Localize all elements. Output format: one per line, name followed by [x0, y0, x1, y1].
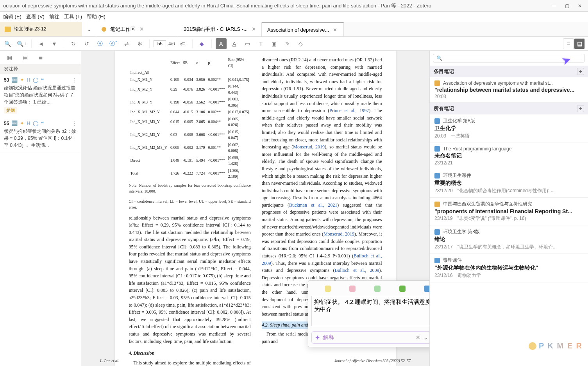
window-title: ociation of depressive symptoms with mar… [3, 2, 552, 9]
watermark-text: P K M E R [539, 341, 583, 350]
rotate-button[interactable]: ↻ [68, 38, 79, 49]
close-button[interactable]: ✕ [578, 3, 582, 9]
citation-link[interactable]: Bulloch et al., 2009 [335, 268, 379, 273]
menu-go[interactable]: 前往 [49, 13, 59, 20]
tag-icon[interactable]: 🏷 [177, 38, 188, 49]
note-item[interactable]: Association of depressive symptoms with … [430, 77, 588, 103]
nav-next-button[interactable]: ▼ [49, 38, 60, 49]
close-icon[interactable]: ✕ [252, 26, 256, 32]
search-icon: 🔍 [436, 55, 442, 61]
body-text: divorced ones (RR 2.14) and never-marrie… [262, 56, 382, 318]
underline-tool[interactable]: A [229, 38, 240, 49]
doc-tab-2[interactable]: Association of depressive... ✕ [262, 22, 344, 36]
add-note-button[interactable]: + [577, 68, 584, 75]
ai-prompt-input[interactable] [323, 334, 413, 341]
swap-icon[interactable]: ⇄ [121, 38, 132, 49]
window-buttons: — ▢ ✕ [552, 3, 585, 9]
nav-back-button[interactable]: ◄ [36, 38, 46, 49]
annotation-popup: ✦ ✕ ⌄ ↑ [308, 280, 429, 347]
tabbar: 论文阅读-23-12 ⌄ 笔记工作区 ✕ 2015编码手册 - CHARLS -… [0, 22, 588, 37]
toolbar: 🔍- 🔍+ ◄ ▼ ↻ ↺ Ⓐ Ⓐ˅ ⇄ ✻ 55 4/6 🏷 ◆ A A ▭ … [0, 37, 588, 51]
note-tool[interactable]: ▭ [242, 38, 253, 49]
citation-link[interactable]: Monserud, 2019 [293, 144, 325, 150]
filter-label: 发注释 [0, 64, 81, 74]
ai-icon[interactable]: ✻ [134, 38, 145, 49]
language-alt-icon[interactable]: Ⓐ˅ [108, 38, 119, 49]
zoom-out-button[interactable]: 🔍- [3, 38, 14, 49]
page-total: 4/6 [168, 41, 175, 46]
footer-journal: Journal of Affective Disorders 303 (2022… [334, 358, 411, 364]
tab-label: 笔记工作区 [110, 26, 136, 33]
add-note-button[interactable]: + [577, 105, 584, 112]
annotations-icon[interactable]: ≣ [35, 52, 46, 63]
pen-tool[interactable]: ✎ [282, 38, 293, 49]
minimize-button[interactable]: — [552, 3, 556, 9]
annotation-item[interactable]: 55🔤✦H◯❝⋮状况与抑郁症状之间的关系 b2；效果 = 0.29，95% 置信… [0, 117, 81, 152]
pdf-viewer[interactable]: EffectSEzpBoot[95% CI]Indirect_AllInd_X_… [81, 51, 429, 366]
maximize-button[interactable]: ▢ [565, 3, 569, 9]
annotation-text-input[interactable] [311, 296, 429, 326]
language-icon[interactable]: Ⓐ [95, 38, 105, 49]
close-icon[interactable]: ✕ [139, 26, 144, 32]
eraser-tool[interactable]: ◇ [295, 38, 306, 49]
clear-icon[interactable]: ✕ [416, 334, 420, 341]
doc-tab-0[interactable]: 笔记工作区 ✕ [96, 22, 178, 36]
menubar: 编辑 (E) 查看 (V) 前往 工具 (T) 帮助 (H) [0, 12, 588, 22]
note-item[interactable]: 毒理课件"外源化学物在体内的生物转运与生物转化"23/12/16 毒物动力学 [430, 254, 588, 282]
note-item[interactable]: 卫生化学 第8版卫生化学20:03 一些英语 [430, 114, 588, 143]
collection-tab-label: 论文阅读-23-12 [14, 26, 46, 32]
tab-label: 2015编码手册 - CHARLS -... [184, 26, 248, 33]
color-swatch[interactable] [399, 286, 406, 292]
note-item[interactable]: 环境卫生课件重要的概念23/12/20 "化合物的联合毒性作用(combined… [430, 169, 588, 198]
citation-link[interactable]: Prince et al., 1997 [329, 108, 369, 113]
close-icon[interactable]: ✕ [333, 27, 337, 33]
citation-link[interactable]: Monserud, 2019 [323, 231, 354, 237]
titlebar: ociation of depressive symptoms with mar… [0, 0, 588, 12]
note-icon [102, 27, 106, 32]
rotate-button-2[interactable]: ↺ [81, 38, 92, 49]
footer-author: L. Pan et al. [100, 358, 119, 364]
table-note: Note: Number of bootstrap samples for bi… [129, 182, 251, 195]
tab-label: Association of depressive... [267, 27, 329, 33]
color-swatch[interactable] [325, 286, 331, 292]
color-swatch[interactable] [349, 286, 356, 292]
note-item[interactable]: 中国与巴西双边贸易的竞争性与互补性研究"proponents of Intern… [430, 198, 588, 225]
right-pane: ➤ 🔍 条目笔记 + Association of depressive sym… [429, 51, 588, 366]
color-picker [311, 284, 429, 296]
thumbnails-icon[interactable]: ▦ [4, 52, 15, 63]
doc-tab-1[interactable]: 2015编码手册 - CHARLS -... ✕ [178, 22, 262, 36]
collection-tab[interactable]: 论文阅读-23-12 [0, 22, 82, 36]
watermark: P K M E R [529, 341, 583, 350]
image-tool[interactable]: ▣ [269, 38, 280, 49]
text-tool[interactable]: T [256, 38, 266, 49]
menu-tools[interactable]: 工具 (T) [64, 13, 82, 20]
annotation-item[interactable]: 53🔤✦H◯❝⋮婚姻状况评估 婚姻状况是通过报告项目"您的婚姻状况如何?共供了 … [0, 74, 81, 117]
note-item[interactable]: 环境卫生学 第8版绪论23/12/17 "境卫生学的有关概念，如环境卫生学、环境… [430, 225, 588, 254]
spark-icon: ✦ [315, 334, 320, 341]
panel-list-button[interactable]: ≡ [563, 38, 574, 49]
menu-view[interactable]: 查看 (V) [26, 13, 45, 20]
page-number-input[interactable]: 55 [154, 40, 166, 47]
menu-help[interactable]: 帮助 (H) [87, 13, 105, 20]
table-note-2: CI = confidence interval; LL = lower lev… [129, 198, 251, 211]
menu-edit[interactable]: 编辑 (E) [3, 13, 21, 20]
chevron-down-icon[interactable]: ⌄ [424, 334, 428, 341]
outline-icon[interactable]: ▤ [20, 52, 30, 63]
folder-icon [5, 27, 11, 32]
citation-link[interactable]: Buckman et al., 2021 [289, 202, 337, 208]
ai-input-row: ✦ ✕ ⌄ ↑ [311, 331, 429, 344]
note-icon [434, 80, 440, 86]
panel-notes-button[interactable]: ▤ [574, 38, 585, 49]
color-swatch[interactable] [374, 286, 381, 292]
left-pane: ▦ ▤ ≣ 发注释 53🔤✦H◯❝⋮婚姻状况评估 婚姻状况是通过报告项目"您的婚… [0, 51, 81, 366]
zoom-in-button[interactable]: 🔍+ [16, 38, 27, 49]
highlight-tool[interactable]: A [216, 38, 227, 49]
watermark-logo-icon [529, 342, 536, 350]
section-header-all-notes: 所有笔记 + [430, 103, 588, 114]
body-text: relationship between marital status and … [129, 214, 251, 345]
stats-table: EffectSEzpBoot[95% CI]Indirect_AllInd_X_… [129, 56, 251, 180]
color-swatch[interactable] [424, 286, 429, 292]
gem-icon[interactable]: ◆ [197, 38, 207, 49]
collection-dropdown[interactable]: ⌄ [82, 22, 96, 36]
note-item[interactable]: The Rust programming language未命名笔记23/12/… [430, 143, 588, 169]
